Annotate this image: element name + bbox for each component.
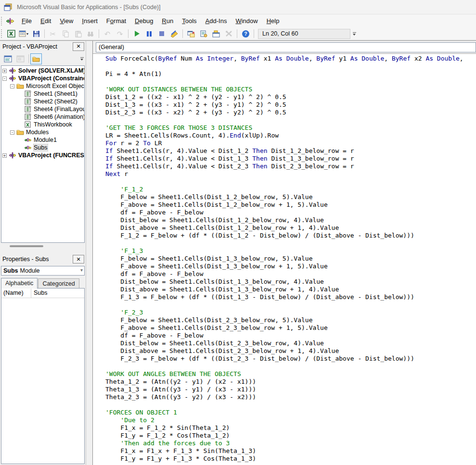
code-line[interactable]: F1_x = F_1_2 * Sin(Theta_1_2) bbox=[105, 424, 476, 432]
code-line[interactable]: Pi = 4 * Atn(1) bbox=[105, 70, 476, 78]
code-line[interactable]: Sub ForceCalc(ByRef Num As Integer, ByRe… bbox=[105, 55, 476, 63]
code-line[interactable]: 'WORK OUT DISTANCES BETWEEN THE OBJECTS bbox=[105, 86, 476, 93]
code-line[interactable]: Theta_1_3 = (Atn((y3 - y1) / (x3 - x1))) bbox=[105, 386, 476, 393]
run-button[interactable] bbox=[131, 28, 142, 39]
menu-grip[interactable] bbox=[1, 17, 3, 25]
project-panel-close-button[interactable]: ✕ bbox=[73, 42, 84, 51]
code-line[interactable] bbox=[105, 63, 476, 70]
code-line[interactable]: Theta_1_2 = (Atn((y2 - y1) / (x2 - x1))) bbox=[105, 378, 476, 386]
panel-divider[interactable] bbox=[0, 250, 86, 254]
expand-icon[interactable]: + bbox=[2, 153, 7, 158]
code-line[interactable]: 'F_1_2 bbox=[105, 186, 476, 193]
project-tree-hscrollbar[interactable] bbox=[1, 243, 85, 250]
code-line[interactable]: F_above = Sheet1.Cells(Dist_1_2_below_ro… bbox=[105, 201, 476, 209]
panel-splitter[interactable] bbox=[86, 41, 92, 465]
code-line[interactable]: F1_y = F_1_2 * Cos(Theta_1_2) bbox=[105, 432, 476, 440]
code-line[interactable]: 'GET THE 3 FORCES FOR THOSE 3 DISTANCES bbox=[105, 124, 476, 132]
code-line[interactable]: Dist_below = Sheet1.Cells(Dist_2_3_below… bbox=[105, 339, 476, 347]
code-line[interactable] bbox=[105, 401, 476, 409]
reset-button[interactable] bbox=[156, 28, 167, 39]
tree-item[interactable]: Subs bbox=[1, 144, 84, 151]
code-line[interactable] bbox=[105, 78, 476, 86]
object-dropdown[interactable]: (General) bbox=[96, 42, 476, 52]
code-line[interactable] bbox=[105, 178, 476, 186]
module-window-icon[interactable] bbox=[6, 17, 14, 25]
break-button[interactable] bbox=[143, 28, 155, 39]
code-line[interactable]: F_1_2 = F_below + (df * ((Dist_1_2 - Dis… bbox=[105, 232, 476, 239]
collapse-icon[interactable]: - bbox=[10, 84, 14, 88]
tree-item[interactable]: -Microsoft Excel Objects bbox=[1, 82, 84, 90]
toolbar-overflow-button[interactable] bbox=[351, 29, 357, 38]
code-line[interactable]: df = F_above - F_below bbox=[105, 332, 476, 339]
code-line[interactable]: F1_x = F1_x + F_1_3 * Sin(Theta_1_3) bbox=[105, 447, 476, 455]
tree-item[interactable]: +Solver (SOLVER.XLAM) bbox=[1, 67, 84, 75]
view-excel-button[interactable] bbox=[5, 28, 17, 39]
property-row[interactable]: (Name)Subs bbox=[1, 289, 84, 298]
code-line[interactable]: Theta_2_3 = (Atn((y3 - y2) / (x3 - x2))) bbox=[105, 393, 476, 401]
view-object-button[interactable] bbox=[14, 53, 26, 64]
code-line[interactable] bbox=[105, 239, 476, 247]
view-code-button[interactable] bbox=[2, 53, 13, 64]
code-line[interactable] bbox=[105, 301, 476, 309]
tree-item[interactable]: -VBAProject (Constraine bbox=[1, 75, 84, 82]
tree-item[interactable]: Sheet6 (Animation) bbox=[1, 113, 84, 121]
menu-view[interactable]: View bbox=[55, 15, 77, 26]
design-mode-button[interactable] bbox=[168, 28, 180, 39]
save-button[interactable] bbox=[30, 28, 42, 39]
tree-item[interactable]: Sheet1 (Sheet1) bbox=[1, 90, 84, 98]
menu-edit[interactable]: Edit bbox=[36, 15, 55, 26]
code-line[interactable]: df = F_above - F_below bbox=[105, 209, 476, 216]
tree-item[interactable]: Sheet4 (FinalLayout bbox=[1, 105, 84, 113]
code-line[interactable]: If Sheet1.Cells(r, 4).Value < Dist_2_3 T… bbox=[105, 163, 476, 170]
code-line[interactable]: Dist_above = Sheet1.Cells(Dist_1_2_below… bbox=[105, 224, 476, 232]
tree-item[interactable]: Sheet2 (Sheet2) bbox=[1, 98, 84, 105]
redo-button[interactable]: ↷ bbox=[114, 28, 126, 39]
code-line[interactable]: 'FORCES ON OBJECT 1 bbox=[105, 409, 476, 416]
code-line[interactable]: 'WORK OUT ANGLES BETWEEN THE OBJECTS bbox=[105, 370, 476, 378]
code-line[interactable]: 'F_2_3 bbox=[105, 309, 476, 316]
code-line[interactable]: LR = Sheet1.Cells(Rows.Count, 4).End(xlU… bbox=[105, 132, 476, 139]
menu-debug[interactable]: Debug bbox=[130, 15, 157, 26]
code-line[interactable]: 'Due to 2 bbox=[105, 416, 476, 424]
help-button[interactable]: ? bbox=[240, 28, 251, 39]
properties-panel-close-button[interactable]: ✕ bbox=[73, 255, 84, 264]
menu-run[interactable]: Run bbox=[157, 15, 178, 26]
code-line[interactable]: F_above = Sheet1.Cells(Dist_2_3_below_ro… bbox=[105, 324, 476, 332]
code-line[interactable] bbox=[105, 363, 476, 370]
object-browser-button[interactable] bbox=[210, 28, 222, 39]
property-value[interactable]: Subs bbox=[31, 289, 84, 298]
code-line[interactable]: F_2_3 = F_below + (df * ((Dist_2_3 - Dis… bbox=[105, 355, 476, 363]
properties-window-button[interactable] bbox=[198, 28, 209, 39]
code-line[interactable]: F_above = Sheet1.Cells(Dist_1_3_below_ro… bbox=[105, 263, 476, 270]
toolbox-button[interactable] bbox=[223, 28, 234, 39]
tree-item[interactable]: Module1 bbox=[1, 136, 84, 144]
code-line[interactable]: Next r bbox=[105, 170, 476, 178]
code-line[interactable]: Dist_1_2 = ((x2 - x1) ^ 2 + (y2 - y1) ^ … bbox=[105, 93, 476, 101]
code-line[interactable]: For r = 2 To LR bbox=[105, 139, 476, 147]
copy-button[interactable] bbox=[60, 28, 71, 39]
cut-button[interactable]: ✂ bbox=[47, 28, 59, 39]
properties-object-combobox[interactable]: Subs Module ▾ bbox=[1, 266, 85, 276]
tree-item[interactable]: +VBAProject (FUNCRES.XL bbox=[1, 151, 84, 159]
undo-button[interactable]: ↶ bbox=[102, 28, 113, 39]
menu-file[interactable]: File bbox=[17, 15, 36, 26]
menu-insert[interactable]: Insert bbox=[77, 15, 102, 26]
expand-icon[interactable]: + bbox=[2, 69, 7, 73]
code-line[interactable]: Dist_above = Sheet1.Cells(Dist_2_3_below… bbox=[105, 347, 476, 355]
code-line[interactable]: F_below = Sheet1.Cells(Dist_2_3_below_ro… bbox=[105, 316, 476, 324]
code-line[interactable]: Dist_below = Sheet1.Cells(Dist_1_2_below… bbox=[105, 216, 476, 224]
find-button[interactable] bbox=[85, 28, 96, 39]
code-line[interactable] bbox=[105, 116, 476, 124]
menu-window[interactable]: Window bbox=[231, 15, 262, 26]
code-line[interactable]: If Sheet1.Cells(r, 4).Value < Dist_1_3 T… bbox=[105, 155, 476, 163]
code-line[interactable]: F_below = Sheet1.Cells(Dist_1_2_below_ro… bbox=[105, 193, 476, 201]
code-line[interactable]: df = F_above - F_below bbox=[105, 270, 476, 278]
code-line[interactable]: If Sheet1.Cells(r, 4).Value < Dist_1_2 T… bbox=[105, 147, 476, 155]
code-line[interactable]: F_1_3 = F_below + (df * ((Dist_1_3 - Dis… bbox=[105, 293, 476, 301]
insert-userform-button[interactable]: ▾ bbox=[18, 28, 29, 39]
project-toolbar-overflow-button[interactable] bbox=[79, 54, 85, 63]
collapse-icon[interactable]: - bbox=[2, 76, 7, 81]
hscrollbar-thumb[interactable] bbox=[10, 245, 43, 247]
code-area[interactable]: Sub ForceCalc(ByRef Num As Integer, ByRe… bbox=[93, 53, 476, 465]
code-line[interactable]: Dist_above = Sheet1.Cells(Dist_1_3_below… bbox=[105, 286, 476, 293]
